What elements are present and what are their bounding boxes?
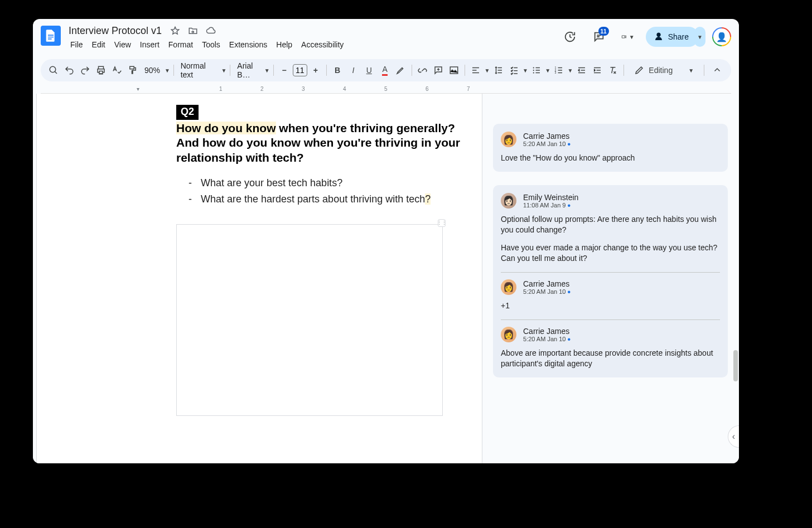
underline-icon[interactable]: U [362,62,376,79]
chevron-down-icon[interactable]: ▼ [165,67,170,74]
chevron-down-icon[interactable]: ▼ [221,67,227,74]
font-select[interactable]: Arial B… [234,61,263,79]
question-badge: Q2 [176,105,199,120]
title-left: Interview Protocol v1 File Edit View Ins… [66,23,347,50]
toolbar: 90% ▼ Normal text ▼ Arial B… ▼ − + B I U… [41,59,731,81]
document-page[interactable]: Q2 How do you know when you're thriving … [37,94,482,463]
svg-point-0 [50,66,56,72]
comment-body: Above are important because provide conc… [501,348,720,370]
comment-card[interactable]: 👩🏻 Emily Weinstein 11:08 AM Jan 9 • Opti… [493,185,728,377]
avatar: 👩 [501,132,516,147]
comment-author: Carrie James [523,279,571,288]
line-spacing-icon[interactable] [491,62,505,79]
checklist-icon[interactable] [507,62,521,79]
menu-format[interactable]: Format [165,39,197,50]
clear-format-icon[interactable] [606,62,620,79]
collapse-toolbar-icon[interactable] [709,62,726,79]
image-placeholder[interactable]: ⋮⋮ [176,224,443,416]
comment-body: Love the "How do you know" approach [501,153,720,164]
comment-time: 5:20 AM Jan 10 • [523,288,571,295]
star-icon[interactable] [168,24,182,37]
avatar: 👩🏻 [501,193,516,209]
add-comment-icon[interactable] [431,62,446,79]
search-icon[interactable] [46,62,61,79]
ruler[interactable]: ▾ 1 2 3 4 5 6 7 [41,85,731,94]
list-item: What are your best tech habits? [176,175,465,191]
editing-mode-label: Editing [649,66,673,75]
menu-help[interactable]: Help [272,39,296,50]
numbered-list-icon[interactable]: 123 [552,62,566,79]
undo-icon[interactable] [62,62,76,79]
move-folder-icon[interactable] [186,24,200,37]
comments-badge: 11 [598,27,609,36]
document-title[interactable]: Interview Protocol v1 [66,25,164,37]
indent-increase-icon[interactable] [590,62,605,79]
account-avatar[interactable]: 👤 [712,27,731,46]
decrease-font-icon[interactable]: − [277,62,291,79]
comments-icon[interactable]: 11 [588,26,610,48]
title-right: 11 ▼ Share ▼ 👤 [559,23,731,50]
scrollbar-thumb[interactable] [733,350,738,381]
menu-accessibility[interactable]: Accessibility [297,39,347,50]
menu-view[interactable]: View [110,39,135,50]
italic-icon[interactable]: I [346,62,360,79]
menu-extensions[interactable]: Extensions [225,39,271,50]
insert-image-icon[interactable] [447,62,461,79]
menu-file[interactable]: File [66,39,87,50]
zoom-select[interactable]: 90% [141,66,163,75]
question-heading: How do you know when you're thriving gen… [176,121,465,165]
paint-format-icon[interactable] [125,62,140,79]
comment-body: Optional follow up prompts: Are there an… [501,214,720,264]
share-button[interactable]: Share [646,27,699,47]
align-icon[interactable] [468,62,483,79]
svg-point-2 [533,67,534,68]
text-color-icon[interactable]: A [378,62,392,79]
bullet-list: What are your best tech habits? What are… [176,175,465,207]
comment-time: 5:20 AM Jan 10 • [523,141,571,147]
comment-author: Carrie James [523,327,571,336]
chevron-down-icon[interactable]: ▼ [568,67,573,74]
title-bar: Interview Protocol v1 File Edit View Ins… [33,19,739,59]
svg-point-3 [533,70,534,71]
paragraph-style-select[interactable]: Normal text [177,61,220,79]
comment-time: 11:08 AM Jan 9 • [523,202,578,209]
editing-mode-select[interactable]: Editing ▼ [629,65,699,75]
redo-icon[interactable] [78,62,93,79]
highlight-color-icon[interactable] [393,62,408,79]
drag-handle-icon[interactable]: ⋮⋮ [438,219,446,227]
comment-body: +1 [501,301,720,312]
avatar: 👩 [501,279,516,295]
history-icon[interactable] [559,26,581,48]
chevron-down-icon[interactable]: ▼ [545,67,550,74]
app-window: Interview Protocol v1 File Edit View Ins… [33,19,739,463]
increase-font-icon[interactable]: + [308,62,323,79]
bullet-list-icon[interactable] [529,62,544,79]
spellcheck-icon[interactable] [109,62,124,79]
comment-author: Carrie James [523,132,571,141]
insert-link-icon[interactable] [415,62,429,79]
comments-pane: 👩 Carrie James 5:20 AM Jan 10 • Love the… [482,94,739,463]
menu-bar: File Edit View Insert Format Tools Exten… [66,39,347,50]
bold-icon[interactable]: B [330,62,345,79]
menu-tools[interactable]: Tools [198,39,224,50]
docs-home-icon[interactable] [41,26,61,46]
share-dropdown[interactable]: ▼ [694,27,705,47]
menu-insert[interactable]: Insert [136,39,163,50]
comment-card[interactable]: 👩 Carrie James 5:20 AM Jan 10 • Love the… [493,124,728,172]
menu-edit[interactable]: Edit [88,39,109,50]
list-item: What are the hardest parts about thrivin… [176,191,465,207]
comment-time: 5:20 AM Jan 10 • [523,336,571,342]
chevron-down-icon[interactable]: ▼ [485,67,490,74]
print-icon[interactable] [94,62,108,79]
chevron-down-icon[interactable]: ▼ [264,67,270,74]
chevron-down-icon[interactable]: ▼ [523,67,528,74]
meet-icon[interactable]: ▼ [617,26,639,48]
avatar: 👩 [501,327,516,342]
svg-text:3: 3 [555,71,557,74]
svg-point-4 [533,72,534,73]
cloud-status-icon[interactable] [204,24,218,37]
indent-decrease-icon[interactable] [574,62,588,79]
font-size-input[interactable] [293,64,307,76]
toolbar-wrap: 90% ▼ Normal text ▼ Arial B… ▼ − + B I U… [33,59,739,81]
share-label: Share [668,32,689,41]
